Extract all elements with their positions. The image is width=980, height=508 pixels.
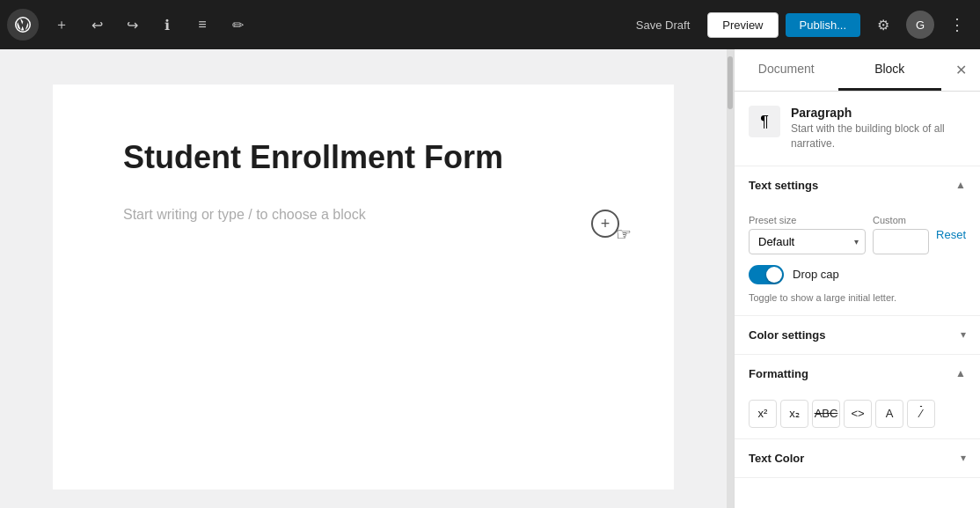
text-color-title: Text Color xyxy=(749,452,804,465)
drop-cap-row: Drop cap xyxy=(749,265,966,284)
tab-block[interactable]: Block xyxy=(838,49,942,91)
preset-size-row: Preset size Default Small Medium Large E… xyxy=(749,215,966,254)
editor-inner: Student Enrollment Form Start writing or… xyxy=(0,49,727,508)
scrollbar-thumb xyxy=(728,56,733,109)
plus-icon: ＋ xyxy=(55,16,69,34)
drop-cap-description: Toggle to show a large initial letter. xyxy=(749,291,966,305)
pencil-icon: ✏ xyxy=(232,17,244,33)
inline-code-button[interactable]: <> xyxy=(844,400,872,428)
main-toolbar: ＋ ↩ ↪ ℹ ≡ ✏ Save Draft Preview Publish..… xyxy=(0,0,980,49)
drop-cap-toggle[interactable] xyxy=(749,265,784,284)
gear-icon: ⚙ xyxy=(877,17,889,33)
publish-button[interactable]: Publish... xyxy=(786,13,860,37)
color-settings-header[interactable]: Color settings ▾ xyxy=(735,316,980,354)
more-options-button[interactable]: ⋮ xyxy=(941,9,973,40)
block-info: ¶ Paragraph Start with the building bloc… xyxy=(735,92,980,166)
code-icon: <> xyxy=(851,407,864,420)
list-icon: ≡ xyxy=(198,17,206,33)
keyboard-shortcut-button[interactable]: A xyxy=(875,400,903,428)
ellipsis-icon: ⋮ xyxy=(949,15,965,34)
info-button[interactable]: ℹ xyxy=(151,9,183,40)
preset-size-label: Preset size xyxy=(749,215,866,225)
reset-col: Reset xyxy=(936,223,966,247)
block-name: Paragraph xyxy=(791,106,966,120)
text-color-header[interactable]: Text Color ▾ xyxy=(735,439,980,477)
toolbar-right: Save Draft Preview Publish... ⚙ G ⋮ xyxy=(625,9,973,40)
formatting-section: Formatting ▲ x² x₂ ABC <> A xyxy=(735,355,980,439)
placeholder-paragraph[interactable]: Start writing or type / to choose a bloc… xyxy=(123,207,603,223)
overline-icon: ∕ xyxy=(920,407,922,420)
custom-size-input[interactable] xyxy=(873,229,929,254)
formatting-title: Formatting xyxy=(749,367,808,380)
drop-cap-label: Drop cap xyxy=(793,268,839,281)
custom-col: Custom xyxy=(873,215,929,254)
undo-icon: ↩ xyxy=(91,17,103,33)
add-block-toolbar-button[interactable]: ＋ xyxy=(46,9,77,40)
avatar-letter: G xyxy=(916,18,925,32)
save-draft-button[interactable]: Save Draft xyxy=(625,13,700,37)
list-view-button[interactable]: ≡ xyxy=(186,9,218,40)
color-settings-section: Color settings ▾ xyxy=(735,316,980,355)
reset-size-button[interactable]: Reset xyxy=(936,223,966,247)
custom-size-label: Custom xyxy=(873,215,929,225)
page-title: Student Enrollment Form xyxy=(123,137,603,179)
overline-button[interactable]: ∕ xyxy=(907,400,935,428)
strikethrough-button[interactable]: ABC xyxy=(812,400,840,428)
text-settings-title: Text settings xyxy=(749,179,818,192)
formatting-chevron-icon: ▲ xyxy=(955,367,966,379)
add-block-circle: + xyxy=(591,210,619,238)
paragraph-block-icon: ¶ xyxy=(749,106,780,137)
edit-button[interactable]: ✏ xyxy=(222,9,253,40)
text-settings-section: Text settings ▲ Preset size Default Smal… xyxy=(735,166,980,316)
text-color-chevron-icon: ▾ xyxy=(961,452,966,464)
editor-area[interactable]: Student Enrollment Form Start writing or… xyxy=(0,49,727,508)
toggle-knob xyxy=(766,267,782,283)
formatting-header[interactable]: Formatting ▲ xyxy=(735,355,980,393)
text-color-section: Text Color ▾ xyxy=(735,439,980,478)
tab-document[interactable]: Document xyxy=(735,49,838,91)
formatting-icons-group: x² x₂ ABC <> A ∕ xyxy=(735,393,980,438)
close-sidebar-button[interactable]: ✕ xyxy=(945,55,976,86)
preset-col: Preset size Default Small Medium Large E… xyxy=(749,215,866,254)
text-settings-header[interactable]: Text settings ▲ xyxy=(735,166,980,204)
redo-icon: ↪ xyxy=(127,17,138,33)
color-settings-title: Color settings xyxy=(749,328,825,342)
add-block-inline-button[interactable]: + xyxy=(589,208,621,239)
preview-button[interactable]: Preview xyxy=(707,12,778,38)
undo-button[interactable]: ↩ xyxy=(81,9,113,40)
main-area: Student Enrollment Form Start writing or… xyxy=(0,49,980,508)
preset-select-wrap: Default Small Medium Large Extra Large ▾ xyxy=(749,229,866,254)
text-settings-body: Preset size Default Small Medium Large E… xyxy=(735,204,980,315)
user-avatar-button[interactable]: G xyxy=(906,11,934,39)
strikethrough-icon: ABC xyxy=(815,407,838,420)
paragraph-icon: ¶ xyxy=(760,113,769,131)
subscript-icon: x₂ xyxy=(789,407,800,420)
subscript-button[interactable]: x₂ xyxy=(780,400,808,428)
text-settings-chevron-icon: ▲ xyxy=(955,179,966,191)
settings-button[interactable]: ⚙ xyxy=(867,9,899,40)
redo-button[interactable]: ↪ xyxy=(116,9,148,40)
wordpress-logo[interactable] xyxy=(7,9,39,40)
keyboard-icon: A xyxy=(886,407,894,420)
info-icon: ℹ xyxy=(165,17,170,33)
editor-scrollbar[interactable] xyxy=(727,49,734,508)
block-description: Start with the building block of all nar… xyxy=(791,121,966,151)
right-sidebar: Document Block ✕ ¶ Paragraph Start with … xyxy=(734,49,980,508)
editor-page[interactable]: Student Enrollment Form Start writing or… xyxy=(53,85,674,490)
preset-size-select[interactable]: Default Small Medium Large Extra Large xyxy=(749,229,866,254)
superscript-icon: x² xyxy=(758,407,768,420)
close-icon: ✕ xyxy=(955,62,967,78)
superscript-button[interactable]: x² xyxy=(749,400,777,428)
sidebar-tabs: Document Block ✕ xyxy=(735,49,980,92)
color-settings-chevron-icon: ▾ xyxy=(961,328,966,341)
block-info-text: Paragraph Start with the building block … xyxy=(791,106,966,151)
